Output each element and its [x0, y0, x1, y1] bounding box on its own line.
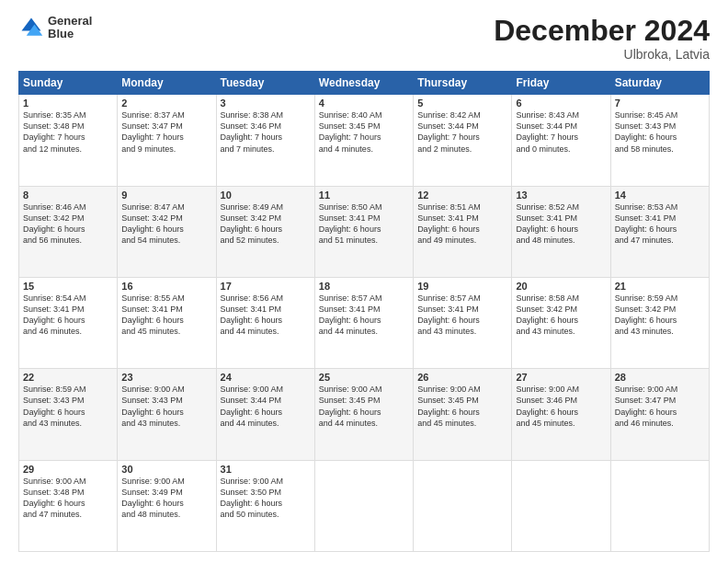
calendar-cell: 12Sunrise: 8:51 AM Sunset: 3:41 PM Dayli…: [414, 186, 512, 277]
cell-info: Sunrise: 8:56 AM Sunset: 3:41 PM Dayligh…: [221, 293, 311, 338]
calendar-cell: [512, 460, 610, 551]
cell-info: Sunrise: 9:00 AM Sunset: 3:45 PM Dayligh…: [417, 384, 507, 429]
calendar-cell: [414, 460, 512, 551]
col-header-monday: Monday: [118, 72, 216, 95]
calendar-cell: 19Sunrise: 8:57 AM Sunset: 3:41 PM Dayli…: [414, 277, 512, 368]
cell-info: Sunrise: 8:40 AM Sunset: 3:45 PM Dayligh…: [319, 109, 409, 155]
calendar-cell: 21Sunrise: 8:59 AM Sunset: 3:42 PM Dayli…: [610, 277, 709, 368]
col-header-saturday: Saturday: [610, 72, 709, 95]
cell-info: Sunrise: 8:59 AM Sunset: 3:42 PM Dayligh…: [615, 293, 705, 338]
day-number: 5: [417, 98, 507, 109]
cell-info: Sunrise: 8:52 AM Sunset: 3:41 PM Dayligh…: [516, 201, 606, 247]
day-number: 14: [615, 190, 705, 201]
day-number: 28: [615, 372, 705, 383]
week-row-3: 15Sunrise: 8:54 AM Sunset: 3:41 PM Dayli…: [19, 277, 710, 368]
day-number: 27: [516, 372, 606, 383]
logo-line2: Blue: [48, 28, 92, 40]
calendar-cell: 20Sunrise: 8:58 AM Sunset: 3:42 PM Dayli…: [512, 277, 610, 368]
calendar-table: SundayMondayTuesdayWednesdayThursdayFrid…: [18, 71, 710, 552]
week-row-2: 8Sunrise: 8:46 AM Sunset: 3:42 PM Daylig…: [19, 186, 710, 277]
day-number: 13: [516, 190, 606, 201]
day-number: 23: [121, 372, 211, 383]
day-number: 16: [121, 281, 211, 292]
col-header-friday: Friday: [512, 72, 610, 95]
calendar-cell: 28Sunrise: 9:00 AM Sunset: 3:47 PM Dayli…: [610, 369, 709, 460]
cell-info: Sunrise: 8:55 AM Sunset: 3:41 PM Dayligh…: [121, 293, 211, 338]
cell-info: Sunrise: 9:00 AM Sunset: 3:44 PM Dayligh…: [221, 384, 311, 429]
logo-line1: General: [48, 15, 92, 28]
calendar-cell: 14Sunrise: 8:53 AM Sunset: 3:41 PM Dayli…: [610, 186, 709, 277]
cell-info: Sunrise: 8:37 AM Sunset: 3:47 PM Dayligh…: [121, 109, 211, 155]
day-number: 19: [417, 281, 507, 292]
cell-info: Sunrise: 8:57 AM Sunset: 3:41 PM Dayligh…: [319, 293, 409, 338]
calendar-cell: 31Sunrise: 9:00 AM Sunset: 3:50 PM Dayli…: [216, 460, 314, 551]
cell-info: Sunrise: 8:57 AM Sunset: 3:41 PM Dayligh…: [417, 293, 507, 338]
logo: General Blue: [18, 15, 92, 41]
col-header-tuesday: Tuesday: [216, 72, 314, 95]
header: General Blue December 2024 Ulbroka, Latv…: [18, 15, 710, 62]
day-number: 29: [23, 464, 113, 475]
col-header-sunday: Sunday: [19, 72, 118, 95]
cell-info: Sunrise: 8:51 AM Sunset: 3:41 PM Dayligh…: [417, 201, 507, 247]
calendar-cell: 10Sunrise: 8:49 AM Sunset: 3:42 PM Dayli…: [216, 186, 314, 277]
calendar-cell: 6Sunrise: 8:43 AM Sunset: 3:44 PM Daylig…: [512, 95, 610, 186]
cell-info: Sunrise: 8:38 AM Sunset: 3:46 PM Dayligh…: [221, 109, 311, 155]
calendar-cell: 15Sunrise: 8:54 AM Sunset: 3:41 PM Dayli…: [19, 277, 118, 368]
cell-info: Sunrise: 8:53 AM Sunset: 3:41 PM Dayligh…: [615, 201, 705, 247]
day-number: 18: [319, 281, 409, 292]
cell-info: Sunrise: 9:00 AM Sunset: 3:43 PM Dayligh…: [121, 384, 211, 429]
calendar-cell: 4Sunrise: 8:40 AM Sunset: 3:45 PM Daylig…: [314, 95, 413, 186]
calendar-cell: [314, 460, 413, 551]
cell-info: Sunrise: 8:49 AM Sunset: 3:42 PM Dayligh…: [221, 201, 311, 247]
calendar-cell: 16Sunrise: 8:55 AM Sunset: 3:41 PM Dayli…: [118, 277, 216, 368]
cell-info: Sunrise: 8:42 AM Sunset: 3:44 PM Dayligh…: [417, 109, 507, 155]
day-number: 12: [417, 190, 507, 201]
day-number: 1: [23, 98, 113, 109]
day-number: 8: [23, 190, 113, 201]
cell-info: Sunrise: 9:00 AM Sunset: 3:49 PM Dayligh…: [121, 476, 211, 521]
cell-info: Sunrise: 9:00 AM Sunset: 3:50 PM Dayligh…: [221, 476, 311, 521]
calendar-cell: 11Sunrise: 8:50 AM Sunset: 3:41 PM Dayli…: [314, 186, 413, 277]
calendar-cell: 1Sunrise: 8:35 AM Sunset: 3:48 PM Daylig…: [19, 95, 118, 186]
day-number: 26: [417, 372, 507, 383]
page: General Blue December 2024 Ulbroka, Latv…: [0, 0, 728, 563]
calendar-cell: 13Sunrise: 8:52 AM Sunset: 3:41 PM Dayli…: [512, 186, 610, 277]
calendar-cell: 2Sunrise: 8:37 AM Sunset: 3:47 PM Daylig…: [118, 95, 216, 186]
calendar-cell: 18Sunrise: 8:57 AM Sunset: 3:41 PM Dayli…: [314, 277, 413, 368]
cell-info: Sunrise: 9:00 AM Sunset: 3:45 PM Dayligh…: [319, 384, 409, 429]
main-title: December 2024: [494, 15, 710, 47]
subtitle: Ulbroka, Latvia: [494, 47, 710, 62]
calendar-cell: 3Sunrise: 8:38 AM Sunset: 3:46 PM Daylig…: [216, 95, 314, 186]
cell-info: Sunrise: 9:00 AM Sunset: 3:46 PM Dayligh…: [516, 384, 606, 429]
day-number: 11: [319, 190, 409, 201]
logo-text: General Blue: [48, 15, 92, 41]
day-number: 6: [516, 98, 606, 109]
calendar-cell: 27Sunrise: 9:00 AM Sunset: 3:46 PM Dayli…: [512, 369, 610, 460]
calendar-cell: 5Sunrise: 8:42 AM Sunset: 3:44 PM Daylig…: [414, 95, 512, 186]
cell-info: Sunrise: 8:50 AM Sunset: 3:41 PM Dayligh…: [319, 201, 409, 247]
title-block: December 2024 Ulbroka, Latvia: [494, 15, 710, 62]
day-number: 20: [516, 281, 606, 292]
week-row-1: 1Sunrise: 8:35 AM Sunset: 3:48 PM Daylig…: [19, 95, 710, 186]
calendar-cell: 29Sunrise: 9:00 AM Sunset: 3:48 PM Dayli…: [19, 460, 118, 551]
calendar-cell: 22Sunrise: 8:59 AM Sunset: 3:43 PM Dayli…: [19, 369, 118, 460]
cell-info: Sunrise: 8:45 AM Sunset: 3:43 PM Dayligh…: [615, 109, 705, 155]
day-number: 17: [221, 281, 311, 292]
calendar-cell: 26Sunrise: 9:00 AM Sunset: 3:45 PM Dayli…: [414, 369, 512, 460]
day-number: 30: [121, 464, 211, 475]
cell-info: Sunrise: 8:43 AM Sunset: 3:44 PM Dayligh…: [516, 109, 606, 155]
cell-info: Sunrise: 8:54 AM Sunset: 3:41 PM Dayligh…: [23, 293, 113, 338]
calendar-cell: [610, 460, 709, 551]
week-row-5: 29Sunrise: 9:00 AM Sunset: 3:48 PM Dayli…: [19, 460, 710, 551]
calendar-cell: 30Sunrise: 9:00 AM Sunset: 3:49 PM Dayli…: [118, 460, 216, 551]
day-number: 10: [221, 190, 311, 201]
week-row-4: 22Sunrise: 8:59 AM Sunset: 3:43 PM Dayli…: [19, 369, 710, 460]
day-number: 4: [319, 98, 409, 109]
col-header-thursday: Thursday: [414, 72, 512, 95]
cell-info: Sunrise: 8:47 AM Sunset: 3:42 PM Dayligh…: [121, 201, 211, 247]
day-number: 31: [221, 464, 311, 475]
cell-info: Sunrise: 8:35 AM Sunset: 3:48 PM Dayligh…: [23, 109, 113, 155]
cell-info: Sunrise: 8:46 AM Sunset: 3:42 PM Dayligh…: [23, 201, 113, 247]
calendar-cell: 23Sunrise: 9:00 AM Sunset: 3:43 PM Dayli…: [118, 369, 216, 460]
cell-info: Sunrise: 9:00 AM Sunset: 3:47 PM Dayligh…: [615, 384, 705, 429]
